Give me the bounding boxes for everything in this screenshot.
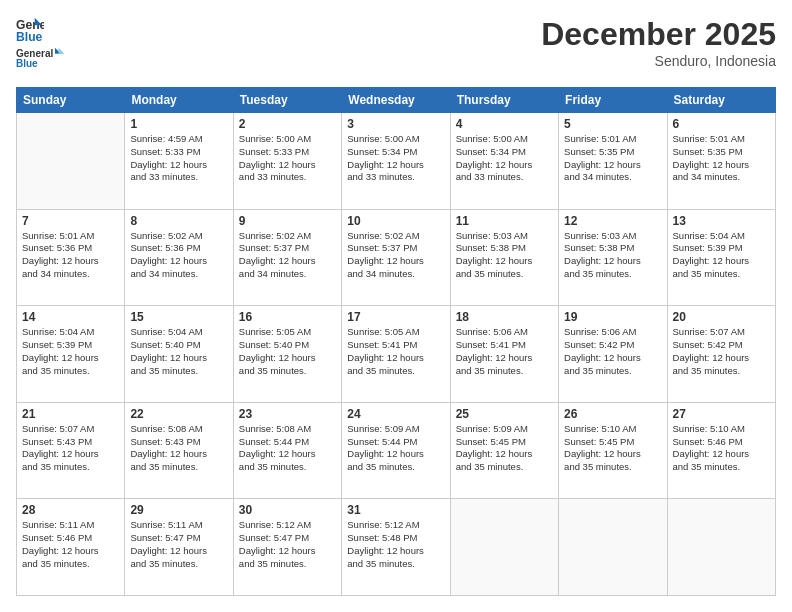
calendar-cell: 3Sunrise: 5:00 AM Sunset: 5:34 PM Daylig… <box>342 113 450 210</box>
day-number: 30 <box>239 503 336 517</box>
calendar-cell: 15Sunrise: 5:04 AM Sunset: 5:40 PM Dayli… <box>125 306 233 403</box>
day-number: 12 <box>564 214 661 228</box>
day-number: 31 <box>347 503 444 517</box>
page: General Blue General Blue December 2025 … <box>0 0 792 612</box>
week-row-4: 21Sunrise: 5:07 AM Sunset: 5:43 PM Dayli… <box>17 402 776 499</box>
calendar-cell: 4Sunrise: 5:00 AM Sunset: 5:34 PM Daylig… <box>450 113 558 210</box>
calendar-table: Sunday Monday Tuesday Wednesday Thursday… <box>16 87 776 596</box>
calendar-cell: 29Sunrise: 5:11 AM Sunset: 5:47 PM Dayli… <box>125 499 233 596</box>
calendar-cell: 7Sunrise: 5:01 AM Sunset: 5:36 PM Daylig… <box>17 209 125 306</box>
day-info: Sunrise: 5:08 AM Sunset: 5:44 PM Dayligh… <box>239 423 336 474</box>
location: Senduro, Indonesia <box>541 53 776 69</box>
week-row-2: 7Sunrise: 5:01 AM Sunset: 5:36 PM Daylig… <box>17 209 776 306</box>
calendar-cell: 16Sunrise: 5:05 AM Sunset: 5:40 PM Dayli… <box>233 306 341 403</box>
day-number: 15 <box>130 310 227 324</box>
header-row: Sunday Monday Tuesday Wednesday Thursday… <box>17 88 776 113</box>
day-info: Sunrise: 5:01 AM Sunset: 5:35 PM Dayligh… <box>564 133 661 184</box>
day-info: Sunrise: 5:02 AM Sunset: 5:36 PM Dayligh… <box>130 230 227 281</box>
day-number: 14 <box>22 310 119 324</box>
calendar-cell: 11Sunrise: 5:03 AM Sunset: 5:38 PM Dayli… <box>450 209 558 306</box>
calendar-cell <box>667 499 775 596</box>
day-number: 25 <box>456 407 553 421</box>
svg-marker-6 <box>59 48 65 54</box>
calendar-cell: 6Sunrise: 5:01 AM Sunset: 5:35 PM Daylig… <box>667 113 775 210</box>
day-number: 5 <box>564 117 661 131</box>
day-info: Sunrise: 5:00 AM Sunset: 5:34 PM Dayligh… <box>347 133 444 184</box>
day-number: 19 <box>564 310 661 324</box>
day-info: Sunrise: 5:09 AM Sunset: 5:44 PM Dayligh… <box>347 423 444 474</box>
day-info: Sunrise: 5:04 AM Sunset: 5:39 PM Dayligh… <box>673 230 770 281</box>
svg-text:General: General <box>16 48 53 59</box>
day-info: Sunrise: 5:02 AM Sunset: 5:37 PM Dayligh… <box>239 230 336 281</box>
day-number: 6 <box>673 117 770 131</box>
calendar-cell <box>450 499 558 596</box>
col-monday: Monday <box>125 88 233 113</box>
calendar-cell: 25Sunrise: 5:09 AM Sunset: 5:45 PM Dayli… <box>450 402 558 499</box>
day-number: 1 <box>130 117 227 131</box>
day-info: Sunrise: 5:11 AM Sunset: 5:46 PM Dayligh… <box>22 519 119 570</box>
col-thursday: Thursday <box>450 88 558 113</box>
day-number: 18 <box>456 310 553 324</box>
calendar-cell: 24Sunrise: 5:09 AM Sunset: 5:44 PM Dayli… <box>342 402 450 499</box>
logo: General Blue General Blue <box>16 16 66 77</box>
day-info: Sunrise: 5:05 AM Sunset: 5:40 PM Dayligh… <box>239 326 336 377</box>
day-info: Sunrise: 5:10 AM Sunset: 5:45 PM Dayligh… <box>564 423 661 474</box>
calendar-cell: 14Sunrise: 5:04 AM Sunset: 5:39 PM Dayli… <box>17 306 125 403</box>
day-info: Sunrise: 5:03 AM Sunset: 5:38 PM Dayligh… <box>564 230 661 281</box>
calendar-cell: 1Sunrise: 4:59 AM Sunset: 5:33 PM Daylig… <box>125 113 233 210</box>
calendar-cell: 26Sunrise: 5:10 AM Sunset: 5:45 PM Dayli… <box>559 402 667 499</box>
day-number: 22 <box>130 407 227 421</box>
day-number: 26 <box>564 407 661 421</box>
calendar-cell: 22Sunrise: 5:08 AM Sunset: 5:43 PM Dayli… <box>125 402 233 499</box>
calendar-cell: 21Sunrise: 5:07 AM Sunset: 5:43 PM Dayli… <box>17 402 125 499</box>
calendar-cell: 9Sunrise: 5:02 AM Sunset: 5:37 PM Daylig… <box>233 209 341 306</box>
svg-text:Blue: Blue <box>16 58 38 69</box>
calendar-cell: 19Sunrise: 5:06 AM Sunset: 5:42 PM Dayli… <box>559 306 667 403</box>
day-number: 21 <box>22 407 119 421</box>
day-info: Sunrise: 5:00 AM Sunset: 5:34 PM Dayligh… <box>456 133 553 184</box>
day-number: 16 <box>239 310 336 324</box>
day-info: Sunrise: 5:08 AM Sunset: 5:43 PM Dayligh… <box>130 423 227 474</box>
calendar-cell: 10Sunrise: 5:02 AM Sunset: 5:37 PM Dayli… <box>342 209 450 306</box>
calendar-cell <box>17 113 125 210</box>
day-info: Sunrise: 5:03 AM Sunset: 5:38 PM Dayligh… <box>456 230 553 281</box>
day-number: 3 <box>347 117 444 131</box>
day-info: Sunrise: 5:07 AM Sunset: 5:42 PM Dayligh… <box>673 326 770 377</box>
day-number: 10 <box>347 214 444 228</box>
header: General Blue General Blue December 2025 … <box>16 16 776 77</box>
day-info: Sunrise: 5:00 AM Sunset: 5:33 PM Dayligh… <box>239 133 336 184</box>
day-number: 7 <box>22 214 119 228</box>
week-row-3: 14Sunrise: 5:04 AM Sunset: 5:39 PM Dayli… <box>17 306 776 403</box>
day-number: 24 <box>347 407 444 421</box>
calendar-cell: 20Sunrise: 5:07 AM Sunset: 5:42 PM Dayli… <box>667 306 775 403</box>
calendar-cell: 23Sunrise: 5:08 AM Sunset: 5:44 PM Dayli… <box>233 402 341 499</box>
day-info: Sunrise: 5:04 AM Sunset: 5:40 PM Dayligh… <box>130 326 227 377</box>
day-number: 17 <box>347 310 444 324</box>
calendar-cell <box>559 499 667 596</box>
day-number: 28 <box>22 503 119 517</box>
day-number: 23 <box>239 407 336 421</box>
day-number: 20 <box>673 310 770 324</box>
day-info: Sunrise: 5:12 AM Sunset: 5:48 PM Dayligh… <box>347 519 444 570</box>
month-title: December 2025 <box>541 16 776 53</box>
col-saturday: Saturday <box>667 88 775 113</box>
calendar-cell: 5Sunrise: 5:01 AM Sunset: 5:35 PM Daylig… <box>559 113 667 210</box>
day-info: Sunrise: 4:59 AM Sunset: 5:33 PM Dayligh… <box>130 133 227 184</box>
calendar-cell: 17Sunrise: 5:05 AM Sunset: 5:41 PM Dayli… <box>342 306 450 403</box>
calendar-cell: 27Sunrise: 5:10 AM Sunset: 5:46 PM Dayli… <box>667 402 775 499</box>
day-info: Sunrise: 5:06 AM Sunset: 5:42 PM Dayligh… <box>564 326 661 377</box>
day-number: 2 <box>239 117 336 131</box>
day-number: 8 <box>130 214 227 228</box>
day-info: Sunrise: 5:11 AM Sunset: 5:47 PM Dayligh… <box>130 519 227 570</box>
day-number: 4 <box>456 117 553 131</box>
day-number: 29 <box>130 503 227 517</box>
calendar-cell: 12Sunrise: 5:03 AM Sunset: 5:38 PM Dayli… <box>559 209 667 306</box>
col-sunday: Sunday <box>17 88 125 113</box>
calendar-cell: 8Sunrise: 5:02 AM Sunset: 5:36 PM Daylig… <box>125 209 233 306</box>
day-info: Sunrise: 5:06 AM Sunset: 5:41 PM Dayligh… <box>456 326 553 377</box>
week-row-5: 28Sunrise: 5:11 AM Sunset: 5:46 PM Dayli… <box>17 499 776 596</box>
day-info: Sunrise: 5:04 AM Sunset: 5:39 PM Dayligh… <box>22 326 119 377</box>
day-info: Sunrise: 5:12 AM Sunset: 5:47 PM Dayligh… <box>239 519 336 570</box>
col-wednesday: Wednesday <box>342 88 450 113</box>
day-number: 11 <box>456 214 553 228</box>
